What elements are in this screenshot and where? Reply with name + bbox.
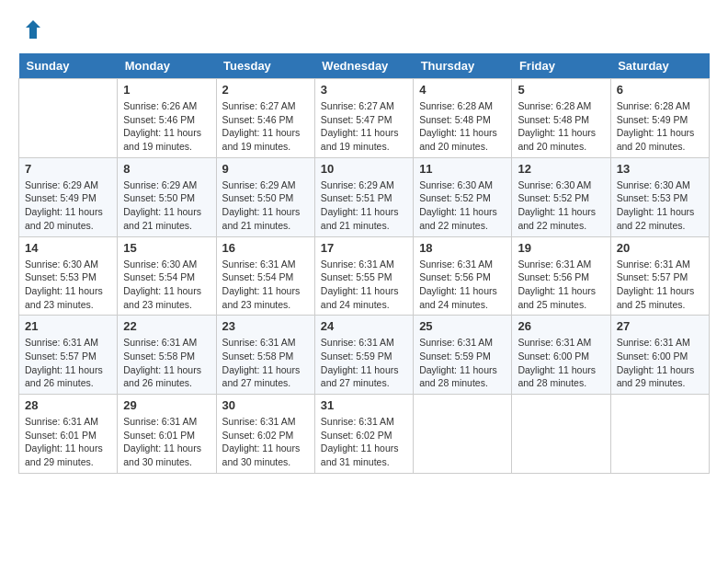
day-info: Sunrise: 6:31 AM Sunset: 6:01 PM Dayligh…	[25, 415, 111, 469]
day-number: 3	[321, 83, 407, 97]
calendar-cell: 22Sunrise: 6:31 AM Sunset: 5:58 PM Dayli…	[118, 316, 216, 395]
day-info: Sunrise: 6:31 AM Sunset: 6:02 PM Dayligh…	[222, 415, 309, 469]
calendar-cell: 12Sunrise: 6:30 AM Sunset: 5:52 PM Dayli…	[512, 157, 610, 236]
calendar-cell: 26Sunrise: 6:31 AM Sunset: 6:00 PM Dayli…	[512, 316, 610, 395]
calendar-cell: 20Sunrise: 6:31 AM Sunset: 5:57 PM Dayli…	[610, 236, 709, 316]
day-number: 2	[222, 83, 309, 97]
day-info: Sunrise: 6:30 AM Sunset: 5:52 PM Dayligh…	[518, 178, 604, 233]
day-header-tuesday: Tuesday	[216, 53, 314, 79]
day-info: Sunrise: 6:31 AM Sunset: 5:56 PM Dayligh…	[518, 258, 604, 312]
day-number: 11	[419, 162, 506, 176]
day-info: Sunrise: 6:31 AM Sunset: 5:56 PM Dayligh…	[419, 258, 506, 312]
day-info: Sunrise: 6:28 AM Sunset: 5:48 PM Dayligh…	[419, 99, 506, 154]
day-info: Sunrise: 6:28 AM Sunset: 5:48 PM Dayligh…	[518, 99, 604, 154]
day-number: 28	[25, 398, 111, 412]
page-header	[18, 18, 710, 44]
calendar-cell: 14Sunrise: 6:30 AM Sunset: 5:53 PM Dayli…	[19, 236, 118, 316]
day-number: 23	[222, 319, 309, 333]
calendar-cell: 15Sunrise: 6:30 AM Sunset: 5:54 PM Dayli…	[118, 236, 216, 316]
calendar-cell: 4Sunrise: 6:28 AM Sunset: 5:48 PM Daylig…	[414, 79, 512, 158]
day-info: Sunrise: 6:29 AM Sunset: 5:49 PM Dayligh…	[25, 178, 111, 233]
day-info: Sunrise: 6:30 AM Sunset: 5:52 PM Dayligh…	[419, 178, 506, 233]
calendar-cell	[414, 395, 512, 474]
day-number: 4	[419, 83, 506, 97]
day-info: Sunrise: 6:30 AM Sunset: 5:53 PM Dayligh…	[25, 258, 111, 312]
day-number: 1	[123, 83, 210, 97]
calendar-cell: 28Sunrise: 6:31 AM Sunset: 6:01 PM Dayli…	[19, 395, 118, 474]
day-number: 27	[617, 319, 703, 333]
day-info: Sunrise: 6:28 AM Sunset: 5:49 PM Dayligh…	[617, 99, 703, 154]
day-header-monday: Monday	[118, 53, 216, 79]
calendar-cell: 10Sunrise: 6:29 AM Sunset: 5:51 PM Dayli…	[314, 157, 413, 236]
day-info: Sunrise: 6:31 AM Sunset: 5:58 PM Dayligh…	[123, 336, 210, 390]
calendar-cell: 17Sunrise: 6:31 AM Sunset: 5:55 PM Dayli…	[314, 236, 413, 316]
calendar-cell: 9Sunrise: 6:29 AM Sunset: 5:50 PM Daylig…	[216, 157, 314, 236]
day-header-saturday: Saturday	[610, 53, 709, 79]
calendar-cell: 25Sunrise: 6:31 AM Sunset: 5:59 PM Dayli…	[414, 316, 512, 395]
day-number: 26	[518, 319, 604, 333]
calendar-cell: 11Sunrise: 6:30 AM Sunset: 5:52 PM Dayli…	[414, 157, 512, 236]
day-info: Sunrise: 6:30 AM Sunset: 5:54 PM Dayligh…	[123, 258, 210, 312]
day-number: 13	[617, 162, 703, 176]
day-number: 7	[25, 162, 111, 176]
calendar-cell: 3Sunrise: 6:27 AM Sunset: 5:47 PM Daylig…	[314, 79, 413, 158]
day-info: Sunrise: 6:26 AM Sunset: 5:46 PM Dayligh…	[123, 99, 210, 154]
week-row-3: 14Sunrise: 6:30 AM Sunset: 5:53 PM Dayli…	[19, 236, 710, 316]
calendar-cell	[512, 395, 610, 474]
day-info: Sunrise: 6:31 AM Sunset: 5:57 PM Dayligh…	[25, 336, 111, 390]
calendar-cell: 18Sunrise: 6:31 AM Sunset: 5:56 PM Dayli…	[414, 236, 512, 316]
day-number: 31	[321, 398, 407, 412]
day-info: Sunrise: 6:31 AM Sunset: 5:55 PM Dayligh…	[321, 258, 407, 312]
day-number: 5	[518, 83, 604, 97]
calendar-cell: 30Sunrise: 6:31 AM Sunset: 6:02 PM Dayli…	[216, 395, 314, 474]
day-number: 21	[25, 319, 111, 333]
calendar-cell: 1Sunrise: 6:26 AM Sunset: 5:46 PM Daylig…	[118, 79, 216, 158]
day-info: Sunrise: 6:31 AM Sunset: 6:01 PM Dayligh…	[123, 415, 210, 469]
day-number: 18	[419, 241, 506, 255]
day-info: Sunrise: 6:27 AM Sunset: 5:47 PM Dayligh…	[321, 99, 407, 154]
calendar-cell: 21Sunrise: 6:31 AM Sunset: 5:57 PM Dayli…	[19, 316, 118, 395]
day-number: 17	[321, 241, 407, 255]
calendar-cell	[19, 79, 118, 158]
day-number: 16	[222, 241, 309, 255]
day-headers-row: SundayMondayTuesdayWednesdayThursdayFrid…	[19, 53, 710, 79]
day-number: 30	[222, 398, 309, 412]
day-number: 29	[123, 398, 210, 412]
week-row-4: 21Sunrise: 6:31 AM Sunset: 5:57 PM Dayli…	[19, 316, 710, 395]
calendar-cell: 6Sunrise: 6:28 AM Sunset: 5:49 PM Daylig…	[610, 79, 709, 158]
day-info: Sunrise: 6:31 AM Sunset: 5:54 PM Dayligh…	[222, 258, 309, 312]
calendar-cell: 2Sunrise: 6:27 AM Sunset: 5:46 PM Daylig…	[216, 79, 314, 158]
day-number: 9	[222, 162, 309, 176]
calendar-cell	[610, 395, 709, 474]
calendar-cell: 24Sunrise: 6:31 AM Sunset: 5:59 PM Dayli…	[314, 316, 413, 395]
day-header-wednesday: Wednesday	[314, 53, 413, 79]
calendar-cell: 29Sunrise: 6:31 AM Sunset: 6:01 PM Dayli…	[118, 395, 216, 474]
day-number: 25	[419, 319, 506, 333]
day-number: 19	[518, 241, 604, 255]
day-info: Sunrise: 6:30 AM Sunset: 5:53 PM Dayligh…	[617, 178, 703, 233]
week-row-5: 28Sunrise: 6:31 AM Sunset: 6:01 PM Dayli…	[19, 395, 710, 474]
day-info: Sunrise: 6:31 AM Sunset: 6:02 PM Dayligh…	[321, 415, 407, 469]
day-number: 8	[123, 162, 210, 176]
day-info: Sunrise: 6:31 AM Sunset: 5:58 PM Dayligh…	[222, 336, 309, 390]
day-number: 24	[321, 319, 407, 333]
day-info: Sunrise: 6:31 AM Sunset: 6:00 PM Dayligh…	[617, 336, 703, 390]
logo-icon	[22, 18, 44, 44]
day-info: Sunrise: 6:31 AM Sunset: 5:57 PM Dayligh…	[617, 258, 703, 312]
day-header-thursday: Thursday	[414, 53, 512, 79]
calendar-cell: 8Sunrise: 6:29 AM Sunset: 5:50 PM Daylig…	[118, 157, 216, 236]
day-number: 14	[25, 241, 111, 255]
day-info: Sunrise: 6:31 AM Sunset: 5:59 PM Dayligh…	[321, 336, 407, 390]
day-header-sunday: Sunday	[19, 53, 118, 79]
day-number: 12	[518, 162, 604, 176]
week-row-2: 7Sunrise: 6:29 AM Sunset: 5:49 PM Daylig…	[19, 157, 710, 236]
day-number: 20	[617, 241, 703, 255]
calendar-cell: 5Sunrise: 6:28 AM Sunset: 5:48 PM Daylig…	[512, 79, 610, 158]
day-number: 10	[321, 162, 407, 176]
logo	[18, 18, 44, 44]
day-info: Sunrise: 6:29 AM Sunset: 5:51 PM Dayligh…	[321, 178, 407, 233]
calendar-cell: 19Sunrise: 6:31 AM Sunset: 5:56 PM Dayli…	[512, 236, 610, 316]
week-row-1: 1Sunrise: 6:26 AM Sunset: 5:46 PM Daylig…	[19, 79, 710, 158]
day-info: Sunrise: 6:31 AM Sunset: 6:00 PM Dayligh…	[518, 336, 604, 390]
calendar-cell: 27Sunrise: 6:31 AM Sunset: 6:00 PM Dayli…	[610, 316, 709, 395]
